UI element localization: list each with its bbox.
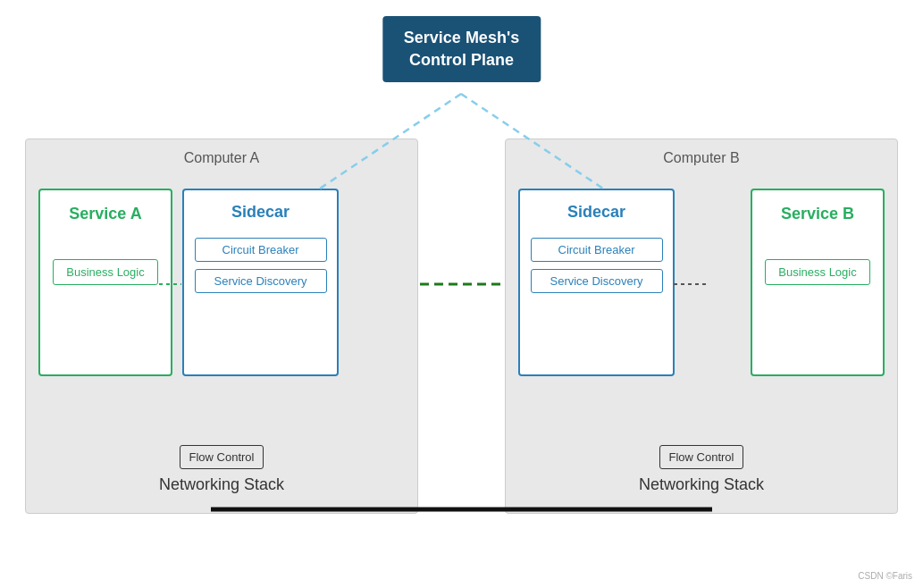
- service-b-title: Service B: [781, 205, 854, 223]
- control-plane-line1: Service Mesh's: [404, 27, 519, 49]
- computer-b-label: Computer B: [663, 150, 739, 166]
- watermark: CSDN ©Faris: [858, 571, 912, 581]
- computer-a-label: Computer A: [184, 150, 259, 166]
- sidecar-b-service-discovery: Service Discovery: [531, 269, 663, 293]
- networking-stack-b: Flow Control Networking Stack: [617, 445, 786, 495]
- sidecar-b-circuit-breaker: Circuit Breaker: [531, 238, 663, 262]
- networking-stack-b-label: Networking Stack: [617, 475, 786, 495]
- service-b-box: Service B Business Logic: [751, 189, 885, 376]
- service-a-box: Service A Business Logic: [38, 189, 172, 376]
- diagram-container: Service Mesh's Control Plane Computer A …: [0, 0, 923, 588]
- flow-control-a: Flow Control: [180, 445, 264, 469]
- control-plane-box: Service Mesh's Control Plane: [382, 16, 541, 82]
- service-b-business-logic: Business Logic: [765, 259, 869, 285]
- control-plane-line2: Control Plane: [404, 49, 519, 71]
- flow-control-b: Flow Control: [659, 445, 744, 469]
- computer-b-panel: Computer B Sidecar Circuit Breaker Servi…: [505, 139, 898, 514]
- service-a-business-logic: Business Logic: [53, 259, 157, 285]
- networking-stack-a: Flow Control Networking Stack: [137, 445, 306, 495]
- networking-stack-a-label: Networking Stack: [137, 475, 306, 495]
- sidecar-a-box: Sidecar Circuit Breaker Service Discover…: [182, 189, 339, 376]
- service-a-title: Service A: [69, 205, 141, 223]
- sidecar-b-box: Sidecar Circuit Breaker Service Discover…: [518, 189, 675, 376]
- sidecar-a-title: Sidecar: [231, 203, 289, 222]
- sidecar-a-service-discovery: Service Discovery: [195, 269, 327, 293]
- computer-a-panel: Computer A Service A Business Logic Side…: [25, 139, 418, 514]
- sidecar-b-title: Sidecar: [567, 203, 625, 222]
- sidecar-a-circuit-breaker: Circuit Breaker: [195, 238, 327, 262]
